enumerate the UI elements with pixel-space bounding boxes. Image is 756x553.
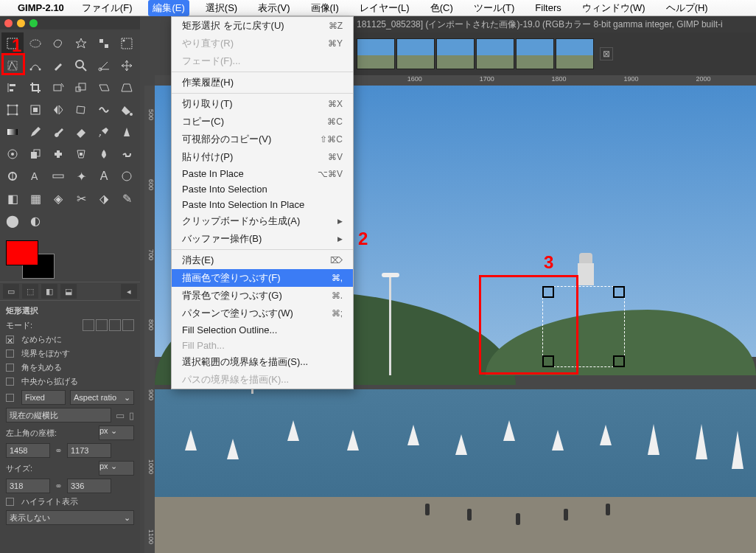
tool-paintbrush[interactable] (47, 121, 69, 143)
tool-measure[interactable] (93, 55, 115, 77)
edit-fill-path[interactable]: Fill Path... (172, 338, 353, 353)
menu-window[interactable]: ウィンドウ(W) (578, 0, 650, 16)
tool-scale[interactable] (70, 77, 92, 99)
size-h-field[interactable] (67, 479, 111, 493)
tool-color-picker2[interactable]: ◧ (1, 187, 24, 209)
mode-add[interactable] (96, 319, 108, 331)
menu-select[interactable]: 選択(S) (201, 0, 242, 16)
tool-warp[interactable] (93, 99, 115, 121)
tool-measure2[interactable] (47, 165, 69, 187)
tool-flip[interactable] (47, 99, 69, 121)
tool-unified-transform[interactable] (1, 99, 24, 121)
show-dropdown[interactable]: 表示しない⌄ (6, 510, 134, 525)
tool-text[interactable]: A (24, 165, 46, 187)
tool-bucket-fill[interactable] (116, 99, 138, 121)
size-unit[interactable]: px ⌄ (99, 461, 134, 476)
orient-icon[interactable]: ▭ (116, 410, 125, 421)
tool-extra2[interactable]: ◐ (24, 209, 46, 232)
edit-fade[interactable]: フェード(F)... (172, 52, 353, 70)
menu-tools[interactable]: ツール(T) (469, 0, 519, 16)
menu-filters[interactable]: Filters (531, 1, 565, 15)
image-thumb[interactable] (476, 38, 514, 69)
link-icon[interactable]: ⚭ (55, 445, 63, 456)
tool-shear[interactable] (93, 77, 115, 99)
edit-redo[interactable]: やり直す(R)⌘Y (172, 35, 353, 52)
link-icon[interactable]: ⚭ (55, 481, 63, 492)
edit-history[interactable]: 作業履歴(H) (172, 74, 353, 91)
tool-handle-transform[interactable] (24, 99, 46, 121)
menu-file[interactable]: ファイル(F) (77, 0, 137, 16)
minimize-button[interactable] (17, 19, 25, 27)
opt-tab-1[interactable]: ▭ (3, 284, 19, 299)
edit-paste-into-selection-inplace[interactable]: Paste Into Selection In Place (172, 197, 353, 212)
fixed-dropdown[interactable]: Fixed (21, 390, 66, 405)
tool-perspective-clone[interactable] (70, 143, 92, 165)
mode-intersect[interactable] (122, 319, 134, 331)
tool-move[interactable] (116, 55, 138, 77)
mode-subtract[interactable] (109, 319, 121, 331)
tool-ellipse-select[interactable] (24, 32, 46, 55)
edit-from-clipboard[interactable]: クリップボードから生成(A)▶ (172, 212, 353, 230)
feather-check[interactable] (6, 349, 14, 358)
menu-help[interactable]: ヘルプ(H) (662, 0, 713, 16)
edit-buffer[interactable]: バッファー操作(B)▶ (172, 230, 353, 248)
tool-smudge[interactable] (116, 143, 138, 165)
menu-image[interactable]: 画像(I) (307, 0, 343, 16)
tool-op1[interactable]: ▦ (24, 187, 46, 209)
tool-extra1[interactable]: ⬤ (1, 209, 24, 232)
size-w-field[interactable] (6, 479, 50, 493)
tool-free-select[interactable] (47, 32, 69, 55)
orient-icon2[interactable]: ▯ (129, 410, 134, 421)
pos-y-field[interactable] (67, 443, 111, 458)
edit-fill-outline[interactable]: Fill Selection Outline... (172, 322, 353, 338)
tool-rotate[interactable] (47, 77, 69, 99)
aspect-dropdown[interactable]: Aspect ratio⌄ (70, 390, 134, 405)
tool-perspective[interactable] (116, 77, 138, 99)
tool-cage[interactable] (70, 99, 92, 121)
menu-color[interactable]: 色(C) (426, 0, 458, 16)
mode-replace[interactable] (83, 319, 94, 331)
image-thumb[interactable] (436, 38, 475, 69)
pos-x-field[interactable] (6, 443, 50, 458)
expand-check[interactable] (6, 378, 14, 386)
edit-stroke-selection[interactable]: 選択範囲の境界線を描画(S)... (172, 353, 353, 371)
tool-text2[interactable]: A (93, 165, 115, 187)
edit-cut[interactable]: 切り取り(T)⌘X (172, 95, 353, 113)
tool-op5[interactable]: ✎ (116, 187, 138, 209)
edit-stroke-path[interactable]: パスの境界線を描画(K)... (172, 371, 353, 389)
edit-copy-visible[interactable]: 可視部分のコピー(V)⇧⌘C (172, 131, 353, 148)
opt-tab-4[interactable]: ⬓ (60, 284, 77, 299)
selection-handle-br[interactable] (613, 355, 625, 367)
tool-op2[interactable]: ◈ (47, 187, 69, 209)
tool-gegl[interactable] (116, 165, 138, 187)
edit-fill-pattern[interactable]: パターンで塗りつぶす(W)⌘; (172, 305, 353, 322)
tool-path2[interactable]: ✦ (70, 165, 92, 187)
rounded-check[interactable] (6, 364, 14, 372)
tool-op3[interactable]: ✂ (70, 187, 92, 209)
close-button[interactable] (4, 19, 13, 27)
tool-gradient[interactable] (1, 121, 24, 143)
tool-iscissors[interactable] (116, 32, 138, 55)
tool-blur[interactable] (93, 143, 115, 165)
menu-view[interactable]: 表示(V) (253, 0, 294, 16)
edit-clear[interactable]: 消去(E)⌦ (172, 251, 353, 269)
image-thumb[interactable] (556, 38, 594, 69)
edit-paste[interactable]: 貼り付け(P)⌘V (172, 148, 353, 166)
edit-fill-bg[interactable]: 背景色で塗りつぶす(G)⌘. (172, 287, 353, 305)
edit-paste-in-place[interactable]: Paste In Place⌥⌘V (172, 166, 353, 181)
tool-pencil[interactable] (24, 121, 46, 143)
tool-color-picker[interactable] (47, 55, 69, 77)
tool-mypaint[interactable] (1, 143, 24, 165)
tool-paths[interactable] (24, 55, 46, 77)
opt-tab-3[interactable]: ◧ (41, 284, 57, 299)
opt-tab-menu[interactable]: ◂ (121, 284, 137, 299)
tool-crop[interactable] (24, 77, 46, 99)
antialias-check[interactable]: ✕ (6, 335, 14, 344)
tool-zoom[interactable] (70, 55, 92, 77)
highlight-check[interactable] (6, 498, 14, 506)
edit-paste-into-selection[interactable]: Paste Into Selection (172, 181, 353, 197)
edit-copy[interactable]: コピー(C)⌘C (172, 113, 353, 131)
image-thumb[interactable] (357, 38, 395, 69)
edit-undo[interactable]: 矩形選択 を元に戻す(U)⌘Z (172, 17, 353, 35)
image-thumb[interactable] (516, 38, 554, 69)
